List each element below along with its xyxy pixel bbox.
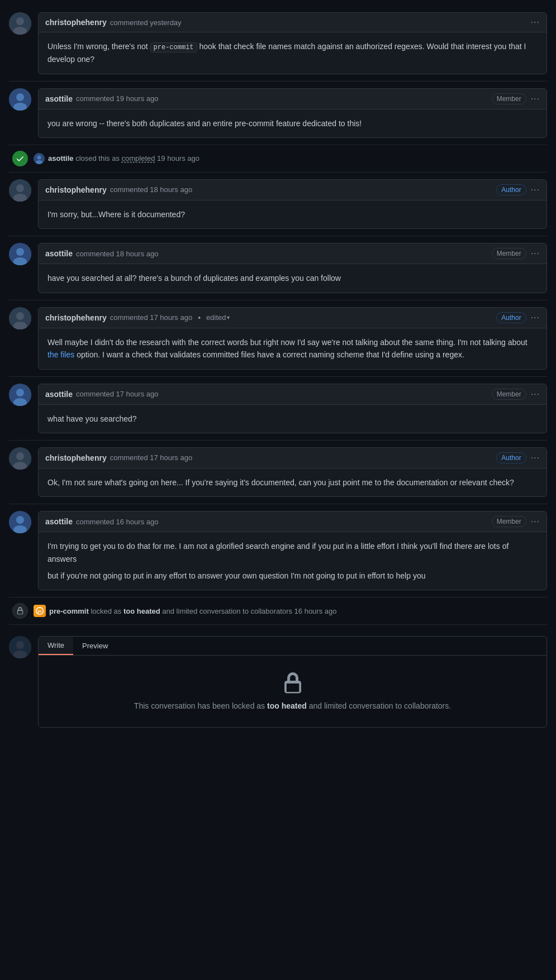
comment-8: asottile commented 16 hours ago Member ·… [38,511,547,590]
comment-header-right-1: ··· [531,17,540,27]
comment-time-8: commented 16 hours ago [76,518,158,526]
more-options-7[interactable]: ··· [531,453,540,463]
svg-point-13 [16,248,24,256]
comment-body-2: you are wrong -- there's both duplicates… [39,109,547,137]
more-options-5[interactable]: ··· [531,313,540,323]
comment-body-4: have you searched at all? there's a bunc… [39,264,547,292]
comment-header-left-7: christophehenry commented 17 hours ago [45,453,192,462]
timeline-author-name: asottile [48,154,74,162]
svg-point-19 [16,389,24,396]
comment-header-3: christophehenry commented 18 hours ago A… [39,180,547,200]
comment-header-7: christophehenry commented 17 hours ago A… [39,448,547,469]
comment-time-3: commented 18 hours ago [110,185,192,194]
author-badge-3: Author [496,184,526,195]
avatar-current-user [9,636,31,658]
comment-text-3: I'm sorry, but...Where is it documented? [47,208,538,221]
avatar-asottile-3 [9,384,31,406]
comment-3: christophehenry commented 18 hours ago A… [38,179,547,229]
comment-time-7: commented 17 hours ago [110,453,192,462]
timeline-closed: asottile closed this as completed 19 hou… [0,145,556,172]
comment-header-1: christophehenry commented yesterday ··· [39,13,547,32]
avatar-christophehenry-4 [9,447,31,470]
timeline-asottile-avatar [34,153,45,164]
comment-author-2: asottile [45,94,73,103]
comment-text-8a: I'm trying to get you to do that for me.… [47,540,538,565]
more-options-4[interactable]: ··· [531,248,540,259]
comment-body-1: Unless I'm wrong, there's not pre-commit… [39,32,547,74]
the-files-link[interactable]: the files [47,350,74,359]
timeline-locked-text: pre-commit locked as too heated and limi… [49,607,336,615]
comment-body-7: Ok, I'm not sure what's going on here...… [39,469,547,496]
avatar-christophehenry-3 [9,307,31,329]
comment-text-8b: but if you're not going to put in any ef… [47,570,538,582]
comment-block-5: christophehenry commented 17 hours ago •… [0,300,556,376]
lock-icon-timeline [12,603,28,619]
precommit-icon: pc [34,605,46,617]
comment-block-8: asottile commented 16 hours ago Member ·… [0,504,556,597]
more-options-8[interactable]: ··· [531,517,540,527]
comment-block-4: asottile commented 18 hours ago Member ·… [0,236,556,299]
timeline-locked-content: pc pre-commit locked as too heated and l… [34,605,336,617]
timeline-closed-content: asottile closed this as completed 19 hou… [34,153,199,164]
svg-point-30 [16,641,24,649]
comment-5: christophehenry commented 17 hours ago •… [38,307,547,370]
comment-body-6: what have you searched? [39,405,547,433]
timeline-completed-status: completed [122,154,155,162]
edited-label: edited [206,313,226,322]
more-options-1[interactable]: ··· [531,17,540,27]
edited-button-5[interactable]: edited ▾ [206,313,230,322]
more-options-3[interactable]: ··· [531,185,540,195]
comment-header-right-8: Member ··· [492,516,540,527]
write-tab[interactable]: Write [39,637,73,655]
comment-6: asottile commented 17 hours ago Member ·… [38,384,547,433]
comment-header-left-1: christophehenry commented yesterday [45,18,182,27]
author-badge-7: Author [496,452,526,463]
divider-10 [9,624,547,625]
author-badge-5: Author [496,312,526,323]
comment-7: christophehenry commented 17 hours ago A… [38,447,547,497]
svg-point-16 [16,312,24,320]
dot-sep-5: • [198,313,201,322]
comment-header-left-2: asottile commented 19 hours ago [45,94,158,103]
comment-time-1: commented yesterday [110,18,182,27]
large-lock-icon [282,672,304,695]
preview-tab[interactable]: Preview [73,637,117,655]
comment-header-right-2: Member ··· [492,93,540,104]
edited-chevron: ▾ [227,314,230,321]
comment-time-4: commented 18 hours ago [76,250,158,258]
more-options-6[interactable]: ··· [531,389,540,399]
locked-reason: too heated [267,701,307,710]
comment-text-6: what have you searched? [47,413,538,425]
avatar-christophehenry-2 [9,179,31,202]
comment-1: christophehenry commented yesterday ··· … [38,12,547,74]
comment-time-2: commented 19 hours ago [76,94,158,103]
timeline-locked: pc pre-commit locked as too heated and l… [0,597,556,624]
comment-body-3: I'm sorry, but...Where is it documented? [39,200,547,228]
comment-text-5: Well maybe I didn't do the research with… [47,336,538,361]
avatar-asottile-1 [9,88,31,111]
comment-text-4: have you searched at all? there's a bunc… [47,272,538,284]
member-badge-2: Member [492,93,526,104]
member-badge-6: Member [492,389,526,400]
comment-text-1: Unless I'm wrong, there's not pre-commit… [47,40,538,66]
comment-time-5: commented 17 hours ago [110,313,192,322]
more-options-2[interactable]: ··· [531,94,540,104]
svg-text:pc: pc [37,609,42,614]
comment-input-box: Write Preview This conversation has been… [38,636,547,728]
comment-body-5: Well maybe I didn't do the research with… [39,328,547,369]
timeline-too-heated: too heated [123,607,160,615]
avatar-asottile-2 [9,243,31,265]
page-container: christophehenry commented yesterday ··· … [0,0,556,740]
comment-header-right-7: Author ··· [496,452,540,463]
comment-header-5: christophehenry commented 17 hours ago •… [39,308,547,328]
comment-header-right-5: Author ··· [496,312,540,323]
svg-point-10 [16,184,24,192]
comment-text-2: you are wrong -- there's both duplicates… [47,117,538,130]
comment-header-left-3: christophehenry commented 18 hours ago [45,185,192,194]
svg-point-25 [16,516,24,524]
comment-body-8: I'm trying to get you to do that for me.… [39,532,547,590]
comment-header-right-3: Author ··· [496,184,540,195]
comment-header-8: asottile commented 16 hours ago Member ·… [39,511,547,532]
comment-block-2: asottile commented 19 hours ago Member ·… [0,82,556,145]
comment-author-6: asottile [45,390,73,399]
